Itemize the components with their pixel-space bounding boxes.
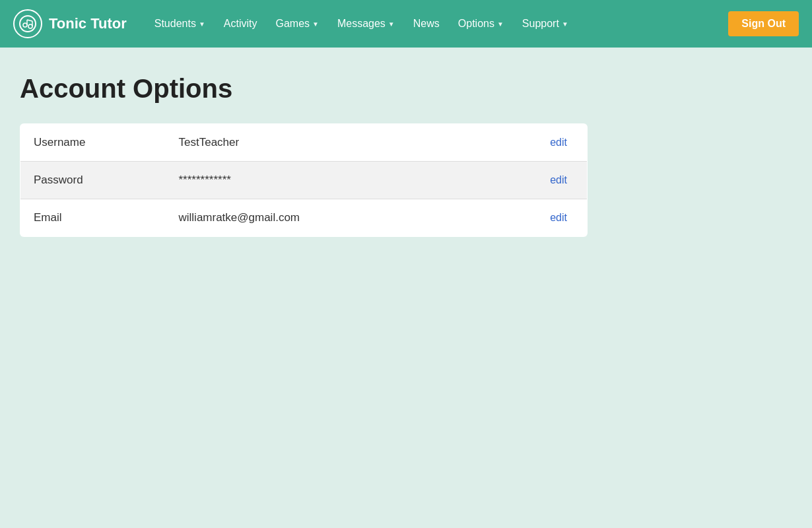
- row-value: williamratke@gmail.com: [166, 199, 480, 237]
- row-edit-cell: edit: [480, 199, 588, 237]
- logo-icon: [13, 9, 42, 38]
- row-edit-cell: edit: [480, 162, 588, 199]
- logo[interactable]: Tonic Tutor: [13, 9, 127, 38]
- row-label: Username: [20, 124, 166, 162]
- table-row: Password ************ edit: [20, 162, 588, 199]
- nav-item-news[interactable]: News: [405, 13, 448, 35]
- svg-point-2: [28, 24, 32, 28]
- table-row: Email williamratke@gmail.com edit: [20, 199, 588, 237]
- nav-item-students[interactable]: Students ▼: [147, 13, 213, 35]
- account-table: Username TestTeacher edit Password *****…: [20, 123, 588, 237]
- main-content: Account Options Username TestTeacher edi…: [0, 48, 812, 263]
- edit-link[interactable]: edit: [550, 137, 567, 148]
- edit-link[interactable]: edit: [550, 174, 567, 185]
- table-row: Username TestTeacher edit: [20, 124, 588, 162]
- svg-line-5: [27, 20, 32, 21]
- row-edit-cell: edit: [480, 124, 588, 162]
- nav-item-options[interactable]: Options ▼: [450, 13, 512, 35]
- nav-items: Students ▼ Activity Games ▼ Messages ▼ N…: [147, 13, 729, 35]
- chevron-down-icon: ▼: [497, 20, 504, 28]
- chevron-down-icon: ▼: [562, 20, 568, 28]
- logo-text: Tonic Tutor: [49, 15, 127, 32]
- nav-item-activity[interactable]: Activity: [216, 13, 265, 35]
- row-label: Email: [20, 199, 166, 237]
- svg-point-0: [20, 16, 36, 32]
- edit-link[interactable]: edit: [550, 212, 567, 223]
- main-nav: Tonic Tutor Students ▼ Activity Games ▼ …: [0, 0, 812, 48]
- chevron-down-icon: ▼: [312, 20, 319, 28]
- svg-point-1: [23, 23, 27, 27]
- nav-item-messages[interactable]: Messages ▼: [329, 13, 403, 35]
- row-label: Password: [20, 162, 166, 199]
- chevron-down-icon: ▼: [388, 20, 395, 28]
- nav-item-games[interactable]: Games ▼: [267, 13, 326, 35]
- sign-out-button[interactable]: Sign Out: [728, 11, 799, 36]
- chevron-down-icon: ▼: [199, 20, 205, 28]
- page-title: Account Options: [20, 74, 792, 104]
- row-value: ************: [166, 162, 480, 199]
- nav-item-support[interactable]: Support ▼: [514, 13, 576, 35]
- row-value: TestTeacher: [166, 124, 480, 162]
